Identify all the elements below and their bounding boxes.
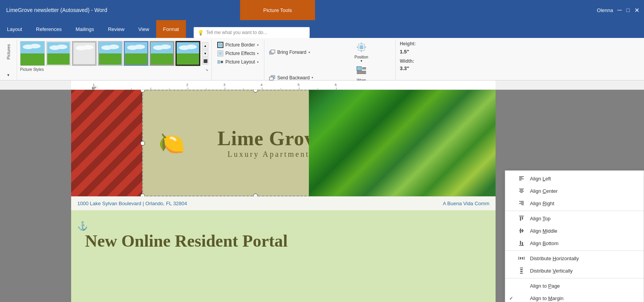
arrange-section: Bring Forward ▾ Position ▾ Send Backward… <box>264 39 396 80</box>
search-placeholder: Tell me what you want to do... <box>206 30 267 35</box>
window-controls[interactable]: ─ □ ✕ <box>616 0 644 20</box>
lime-icon: 🍋 <box>158 130 185 156</box>
menu-align-to-margin[interactable]: Align to Margin <box>505 292 644 302</box>
svg-rect-75 <box>520 241 521 245</box>
tab-references[interactable]: References <box>29 20 68 38</box>
picture-tools-tab: Picture Tools <box>240 0 315 20</box>
menu-distribute-h[interactable]: Distribute Horizontally <box>505 252 644 264</box>
pictures-section: Pictures ▼ <box>0 39 17 80</box>
picture-layout-label: Picture Layout <box>225 59 255 65</box>
handle-tc[interactable] <box>253 90 258 93</box>
menu-align-center[interactable]: Align Center <box>505 185 644 197</box>
position-btn[interactable]: Position ▾ <box>331 41 393 63</box>
ribbon-tabs: Layout References Mailings Review View F… <box>0 20 644 38</box>
svg-rect-70 <box>522 217 523 220</box>
separator-3 <box>505 278 644 278</box>
document-title: LimeGrove newsletter (Autosaved) - Word <box>6 7 107 13</box>
bring-forward-arrow: ▾ <box>308 51 310 54</box>
heading-text: New Online Resident Portal <box>85 231 288 251</box>
picture-effects-btn[interactable]: Picture Effects ▾ <box>216 50 260 57</box>
leaf-image <box>309 90 496 196</box>
tab-layout[interactable]: Layout <box>0 20 29 38</box>
send-backward-arrow: ▾ <box>312 76 313 79</box>
handle-ml[interactable] <box>140 141 145 146</box>
bring-forward-label: Bring Forward <box>277 50 306 55</box>
search-box[interactable]: 💡 Tell me what you want to do... <box>194 27 310 38</box>
green-area: ⚓ New Online Resident Portal <box>71 210 496 302</box>
picture-styles-section: ▲ ▼ ⬛ Picture Styles ↘ <box>17 39 212 80</box>
wrap-text-icon <box>356 65 367 78</box>
picture-styles-expand[interactable]: ↘ <box>205 68 208 72</box>
style-scroll-more[interactable]: ⬛ <box>202 58 208 65</box>
anchor-icon: ⚓ <box>77 221 88 231</box>
svg-text:2: 2 <box>186 83 188 87</box>
svg-rect-15 <box>269 77 273 80</box>
picture-border-label: Picture Border <box>225 42 255 48</box>
menu-align-to-page[interactable]: Align to Page <box>505 280 644 292</box>
svg-rect-83 <box>520 269 523 270</box>
ruler: 1 2 3 4 5 6 <box>0 81 644 90</box>
align-left-icon <box>518 175 525 182</box>
menu-align-top-label: Align Top <box>530 216 637 221</box>
style-thumb-2[interactable] <box>46 41 71 66</box>
picture-layout-arrow: ▾ <box>257 60 259 64</box>
menu-align-bottom-label: Align Bottom <box>530 240 637 246</box>
menu-align-middle[interactable]: Align Middle <box>505 225 644 237</box>
distribute-v-icon <box>518 267 525 275</box>
style-thumb-6[interactable] <box>150 41 174 66</box>
width-value: 3.3" <box>400 65 416 71</box>
picture-tools-label: Picture Tools <box>263 7 292 13</box>
logo-text-container: Lime Grove Luxury Apartments <box>186 127 324 158</box>
height-value: 1.5" <box>400 49 416 55</box>
close-icon[interactable]: ✕ <box>633 5 641 15</box>
menu-distribute-h-label: Distribute Horizontally <box>530 256 637 261</box>
chevron-stripes <box>71 90 143 210</box>
menu-align-top[interactable]: Align Top <box>505 212 644 225</box>
bring-forward-btn[interactable]: Bring Forward ▾ <box>267 41 330 63</box>
picture-layout-btn[interactable]: Picture Layout ▾ <box>216 58 260 66</box>
adjust-content: Picture Border ▾ Picture Effects ▾ Pictu… <box>216 41 260 79</box>
pics-drop[interactable]: ▼ <box>7 73 10 79</box>
svg-rect-72 <box>520 228 521 233</box>
tab-format[interactable]: Format <box>156 20 186 38</box>
minimize-icon[interactable]: ─ <box>616 5 623 15</box>
page[interactable]: 🍋 Lime Grove Luxury Apartments 1000 Lake… <box>71 90 496 302</box>
menu-distribute-v[interactable]: Distribute Vertically <box>505 264 644 277</box>
svg-rect-16 <box>357 67 361 70</box>
position-label: Position <box>354 55 368 59</box>
height-label-prefix: Height: <box>400 41 416 46</box>
position-arrow: ▾ <box>361 59 362 63</box>
send-backward-icon <box>269 75 275 81</box>
pictures-label: Pictures <box>6 41 11 63</box>
align-bottom-icon <box>518 239 525 247</box>
picture-border-btn[interactable]: Picture Border ▾ <box>216 41 260 49</box>
document-area: 🍋 Lime Grove Luxury Apartments 1000 Lake… <box>0 90 644 302</box>
handle-tl[interactable] <box>140 90 145 93</box>
tab-view[interactable]: View <box>131 20 156 38</box>
picture-styles-thumbs: ▲ ▼ ⬛ <box>20 41 208 66</box>
tab-mailings[interactable]: Mailings <box>69 20 101 38</box>
menu-align-left-label: Align Left <box>530 176 637 182</box>
style-thumb-1[interactable] <box>20 41 45 66</box>
svg-rect-1 <box>218 43 222 47</box>
style-thumb-5[interactable] <box>124 41 148 66</box>
picture-effects-arrow: ▾ <box>257 52 259 55</box>
menu-align-right[interactable]: Align Right <box>505 197 644 209</box>
menu-distribute-v-label: Distribute Vertically <box>530 268 637 274</box>
tab-review[interactable]: Review <box>101 20 131 38</box>
style-thumb-4[interactable] <box>98 41 123 66</box>
svg-rect-13 <box>359 45 363 49</box>
menu-align-left[interactable]: Align Left <box>505 172 644 185</box>
style-thumb-3[interactable] <box>72 41 97 66</box>
menu-align-bottom[interactable]: Align Bottom <box>505 237 644 249</box>
align-to-page-icon <box>518 282 525 290</box>
style-scroll-up[interactable]: ▲ <box>202 42 208 49</box>
align-dropdown: Align Left Align Center Align Right Alig… <box>505 170 644 302</box>
svg-text:3: 3 <box>223 83 225 87</box>
style-scroll-down[interactable]: ▼ <box>202 50 208 57</box>
style-thumb-7-selected[interactable] <box>175 41 200 66</box>
menu-align-right-label: Align Right <box>530 201 637 206</box>
maximize-icon[interactable]: □ <box>625 5 631 15</box>
adjust-group: Picture Border ▾ Picture Effects ▾ Pictu… <box>212 39 264 80</box>
align-top-icon <box>518 214 525 222</box>
